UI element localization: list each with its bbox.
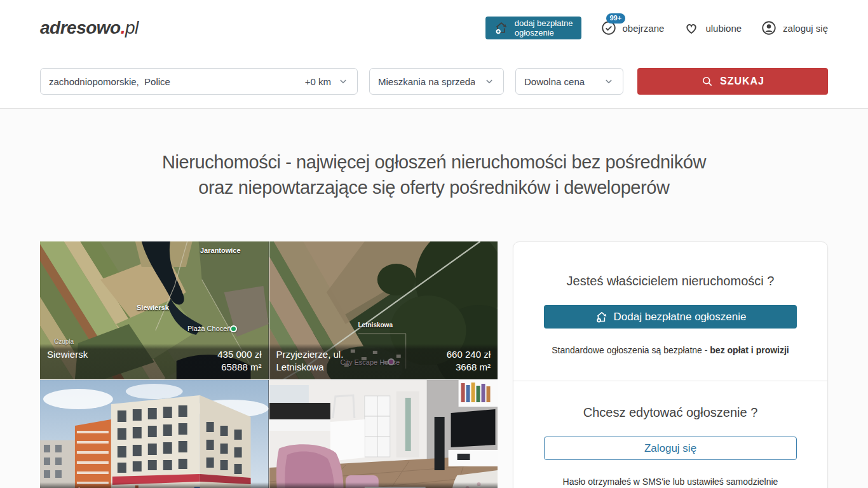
listing-overlay: Siewiersk 435 000 zł 65888 m² [40,344,269,379]
chevron-down-icon [484,76,495,87]
chevron-down-icon [603,76,614,87]
price-value: Dowolna cena [524,76,585,87]
listing-price-area: 435 000 zł 65888 m² [217,348,261,374]
map-town-label: Siewiersk [137,304,169,311]
top-section: adresowo.pl dodaj bezpłatne ogłoszenie [0,0,868,109]
map-street-label: Letniskowa [358,322,393,329]
listing-photo [269,380,498,488]
search-bar: +0 km Mieszkania na sprzedaż Dowolna cen… [0,68,868,95]
owner-section: Jesteś właścicielem nieruchomości ? Doda… [513,242,827,381]
listing-photo [40,380,269,488]
logo-tld: pl [125,18,139,37]
search-button[interactable]: SZUKAJ [637,68,828,95]
map-pin-icon [230,325,237,332]
category-value: Mieszkania na sprzedaż [378,76,475,87]
listing-overlay: Wola Zgłobieńska 890 000 zł [269,482,498,488]
listing-card[interactable]: Jarantowice Siewiersk Plaża Choceń Czupl… [40,241,269,379]
sidebar-login-button[interactable]: Zaloguj się [544,437,797,460]
radius-value: +0 km [305,76,331,87]
owner-note: Standardowe ogłoszenia są bezpłatne - be… [544,345,797,355]
house-add-icon [595,310,609,324]
hero: Nieruchomości - najwięcej ogłoszeń nieru… [0,149,868,200]
logo-dot: . [121,18,125,37]
add-listing-label: dodaj bezpłatne ogłoszenie [515,18,573,37]
logo-name: adresowo [40,18,121,37]
map-poi-label: Plaża Choceń [187,325,231,332]
page-title: Nieruchomości - najwięcej ogłoszeń nieru… [0,149,868,200]
login-link[interactable]: zaloguj się [761,20,828,36]
listing-price: 660 240 zł [447,348,491,361]
listing-card[interactable]: Wola Zgłobieńska 890 000 zł [269,380,498,488]
sidebar-add-listing-button[interactable]: Dodaj bezpłatne ogłoszenie [544,305,797,329]
listing-price-area: 660 240 zł 3668 m² [447,348,491,374]
header-actions: dodaj bezpłatne ogłoszenie 99+ obejrzane [485,17,828,39]
login-label: zaloguj się [783,23,828,34]
location-field: +0 km [40,68,358,95]
price-select[interactable]: Dowolna cena [515,68,623,95]
search-button-label: SZUKAJ [720,76,764,87]
favorites-link[interactable]: ulubione [683,20,742,36]
location-input[interactable] [49,76,305,87]
listing-price: 435 000 zł [217,348,261,361]
edit-heading: Chcesz edytować ogłoszenie ? [544,405,797,420]
edit-note: Hasło otrzymałeś w SMS'ie lub ustawiłeś … [544,477,797,487]
map-town-label: Jarantowice [200,247,241,254]
sidebar: Jesteś właścicielem nieruchomości ? Doda… [513,241,828,488]
listing-area: 3668 m² [447,361,491,374]
house-add-icon [494,20,509,36]
listing-area: 65888 m² [217,361,261,374]
main-content: Jarantowice Siewiersk Plaża Choceń Czupl… [0,241,868,488]
edit-section: Chcesz edytować ogłoszenie ? Zaloguj się… [513,381,827,488]
listing-overlay: Przyjezierze, ul. Letniskowa 660 240 zł … [269,344,498,379]
listing-name: Przyjezierze, ul. Letniskowa [276,348,344,374]
radius-select[interactable]: +0 km [305,76,349,87]
search-icon [701,75,714,88]
viewed-count-badge: 99+ [606,13,626,24]
logo[interactable]: adresowo.pl [40,18,139,38]
heart-icon [683,20,700,36]
sidebar-login-label: Zaloguj się [644,442,696,455]
owner-heading: Jesteś właścicielem nieruchomości ? [544,274,797,288]
category-select[interactable]: Mieszkania na sprzedaż [369,68,504,95]
viewed-label: obejrzane [623,23,665,34]
viewed-link[interactable]: 99+ obejrzane [600,20,665,36]
listing-card[interactable]: Lublin Śródmieście, ul. 545 000 zł [40,380,269,488]
listing-card[interactable]: Letniskowa City Escape House Przyjezierz… [269,241,498,379]
sidebar-add-listing-label: Dodaj bezpłatne ogłoszenie [614,311,747,323]
check-circle-icon: 99+ [600,20,617,36]
listing-name: Siewiersk [47,348,88,374]
favorites-label: ulubione [705,23,742,34]
user-circle-icon [761,20,777,36]
listings-grid: Jarantowice Siewiersk Plaża Choceń Czupl… [40,241,498,488]
listing-overlay: Lublin Śródmieście, ul. 545 000 zł [40,482,269,488]
chevron-down-icon [337,76,349,87]
header: adresowo.pl dodaj bezpłatne ogłoszenie [0,0,868,56]
add-listing-button[interactable]: dodaj bezpłatne ogłoszenie [485,17,581,39]
